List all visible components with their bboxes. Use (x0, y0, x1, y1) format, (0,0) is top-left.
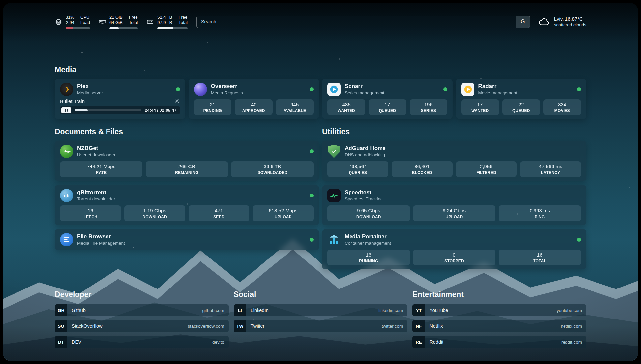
qbittorrent-card[interactable]: qb qBittorrent Torrent downloader 16 (55, 185, 319, 225)
documents-section-title: Documents & Files (55, 127, 319, 136)
search-bar: G (196, 16, 530, 28)
stat-box: 16 RUNNING (327, 250, 410, 265)
bookmark-name: Reddit (425, 336, 443, 348)
playback-time: 24:44 / 02:06:47 (145, 108, 176, 113)
disk-label-line1: Free (178, 15, 187, 20)
speedtest-card[interactable]: Speedtest Speedtest Tracking 9.65 Gbps D… (322, 185, 586, 225)
bookmark-name: DEV (67, 336, 81, 348)
stat-box: 744.21 Mbps RATE (60, 161, 142, 177)
stat-box: 47.569 ms LATENCY (520, 161, 581, 177)
stat-box: 2,956 FILTERED (456, 161, 517, 177)
status-dot (310, 87, 314, 91)
bookmark-url: github.com (202, 304, 229, 316)
stat-box: 16 TOTAL (499, 250, 581, 265)
radarr-icon (461, 83, 474, 96)
app-subtitle: DNS and adblocking (345, 152, 386, 158)
stat-box: 266 GB REMAINING (146, 161, 228, 177)
overseerr-card[interactable]: Overseerr Media Requests 21 PENDING 40 A… (189, 79, 319, 119)
search-engine-button[interactable]: G (516, 16, 530, 28)
status-dot (577, 87, 581, 91)
bookmark-github[interactable]: GH Github github.com (55, 304, 229, 316)
stat-box: 1.19 Gbps DOWNLOAD (124, 205, 185, 221)
stat-box: 86,401 BLOCKED (392, 161, 453, 177)
app-subtitle: Speedtest Tracking (345, 197, 383, 202)
stat-box: 498,564 QUERIES (327, 161, 388, 177)
ram-icon (99, 18, 106, 26)
snow-particles (3, 3, 3, 3)
cpu-label-line2: Load (80, 20, 90, 26)
cpu-label-line1: CPU (80, 15, 90, 20)
stat-box: 40 APPROVED (235, 99, 273, 115)
bookmark-twitter[interactable]: TW Twitter twitter.com (234, 320, 408, 332)
media-section-title: Media (55, 65, 586, 74)
bookmark-reddit[interactable]: RE Reddit reddit.com (412, 336, 586, 348)
metric-divider (175, 15, 175, 25)
stat-box: 834 MOVIES (543, 99, 581, 115)
bookmark-url: linkedin.com (378, 304, 407, 316)
memory-total-value: 64 GiB (109, 20, 123, 26)
now-playing-row: Bullet Train (60, 98, 180, 104)
bookmark-netflix[interactable]: NF Netflix netflix.com (412, 320, 586, 332)
cpu-percent-value: 31% (66, 15, 74, 20)
portainer-icon (327, 233, 341, 246)
cloud-icon (538, 17, 550, 27)
disk-progress-bar (157, 27, 188, 29)
stat-box: 17 QUEUED (369, 99, 407, 115)
cpu-load-value: 2.94 (66, 20, 74, 26)
disk-usage-widget: 52.4 TB 97.9 TB Free Total (146, 15, 188, 29)
stackoverflow-icon: SO (55, 320, 67, 332)
app-subtitle: Media Requests (211, 90, 243, 96)
twitter-icon: TW (234, 320, 246, 332)
gear-icon[interactable] (174, 98, 180, 104)
portainer-card[interactable]: Media Portainer Container management 16 … (322, 229, 586, 269)
bookmark-dev[interactable]: DT DEV dev.to (55, 336, 229, 348)
disk-progress-fill (157, 27, 173, 29)
reddit-icon: RE (412, 336, 425, 348)
stat-box: 945 AVAILABLE (276, 99, 314, 115)
bookmark-stackoverflow[interactable]: SO StackOverflow stackoverflow.com (55, 320, 229, 332)
adguard-icon (327, 145, 341, 158)
cpu-usage-widget: 31% 2.94 CPU Load (55, 15, 90, 29)
stat-box: 16 LEECH (60, 205, 121, 221)
status-dot (176, 87, 180, 91)
qbittorrent-icon: qb (60, 189, 73, 202)
stat-box: 17 WANTED (461, 99, 499, 115)
disk-icon (146, 18, 154, 26)
app-subtitle: Usenet downloader (77, 152, 115, 158)
github-icon: GH (55, 304, 67, 316)
seek-bar[interactable] (75, 109, 141, 111)
sonarr-icon (327, 83, 341, 96)
bookmark-youtube[interactable]: YT YouTube youtube.com (412, 304, 586, 316)
app-subtitle: Series management (345, 90, 384, 96)
adguard-card[interactable]: AdGuard Home DNS and adblocking 498,564 … (322, 141, 586, 181)
top-bar: 31% 2.94 CPU Load (55, 11, 586, 32)
metric-divider (126, 15, 126, 25)
social-section-title: Social (234, 290, 408, 299)
radarr-card[interactable]: Radarr Movie management 17 WANTED 22 QUE… (456, 79, 587, 119)
bookmark-url: youtube.com (557, 304, 586, 316)
stat-box: 485 WANTED (327, 99, 365, 115)
now-playing-title: Bullet Train (60, 98, 85, 104)
pause-button[interactable] (61, 107, 71, 113)
weather-condition: scattered clouds (554, 22, 586, 27)
memory-progress-bar (109, 27, 138, 29)
sonarr-card[interactable]: Sonarr Series management 485 WANTED 17 Q… (322, 79, 453, 119)
playback-controls: 24:44 / 02:06:47 (60, 106, 180, 114)
bookmark-name: StackOverflow (67, 320, 102, 332)
search-input[interactable] (197, 19, 516, 24)
entertainment-section-title: Entertainment (412, 290, 586, 299)
speedtest-icon (327, 189, 341, 202)
status-dot (310, 194, 314, 197)
bookmark-name: Twitter (246, 320, 265, 332)
app-name: Overseerr (211, 83, 243, 90)
status-dot (310, 149, 314, 153)
plex-card[interactable]: Plex Media server Bullet Train (55, 79, 185, 119)
app-name: File Browser (77, 233, 125, 240)
nzbget-card[interactable]: nzbget NZBGet Usenet downloader 744.21 M… (55, 141, 319, 181)
memory-label-line2: Total (129, 20, 138, 26)
status-dot (577, 238, 581, 242)
bookmark-linkedin[interactable]: LI LinkedIn linkedin.com (234, 304, 408, 316)
app-name: NZBGet (77, 145, 115, 152)
status-dot (443, 87, 447, 91)
filebrowser-card[interactable]: File Browser Media File Management (55, 229, 319, 250)
